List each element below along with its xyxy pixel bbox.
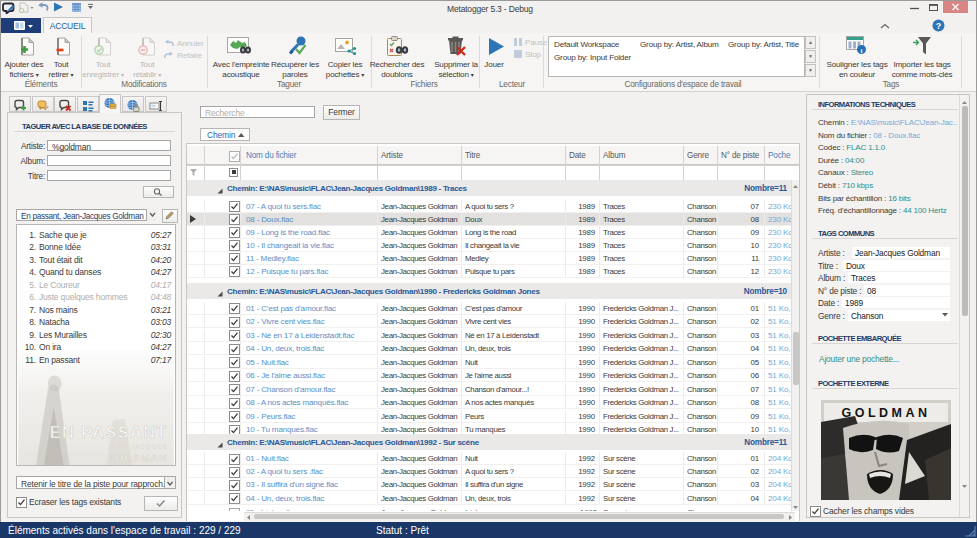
svg-text:EN PASSANT: EN PASSANT bbox=[50, 423, 168, 441]
svg-text:?: ? bbox=[936, 21, 941, 31]
svg-text:JEAN-JACQUES: JEAN-JACQUES bbox=[107, 443, 167, 451]
svg-text:GOLDMAN: GOLDMAN bbox=[107, 452, 168, 463]
svg-text:i: i bbox=[861, 47, 863, 55]
